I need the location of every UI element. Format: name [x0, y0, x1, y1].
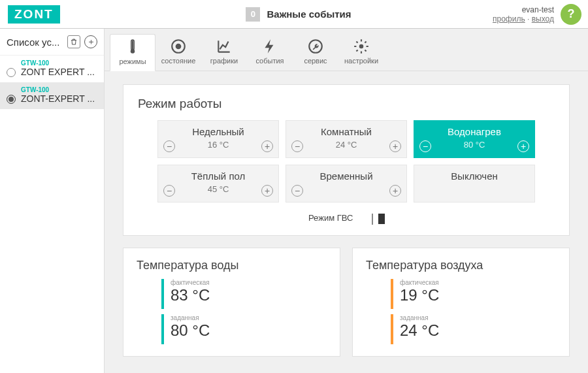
water-temp-card: Температура воды фактическая 83 °C задан…	[123, 248, 340, 357]
toggle-knob	[378, 214, 385, 224]
content-area: Режим работы Недельный 16 °C − + Комнатн…	[105, 71, 588, 373]
profile-link[interactable]: профиль	[493, 14, 525, 24]
chart-icon	[216, 38, 233, 55]
events-label: Важные события	[267, 8, 351, 20]
mode-room[interactable]: Комнатный 24 °C − +	[286, 120, 407, 158]
bolt-icon	[261, 38, 278, 55]
target-value: 80 °C	[171, 321, 210, 340]
svg-rect-1	[132, 41, 133, 50]
target-icon	[170, 38, 187, 55]
tab-label: настройки	[344, 57, 378, 65]
card-title: Температура воздуха	[366, 259, 556, 272]
tab-label: графики	[210, 57, 238, 65]
gvs-row: Режим ГВС	[138, 213, 555, 223]
tab-settings[interactable]: настройки	[338, 34, 384, 71]
device-model: GTW-100	[21, 86, 95, 93]
mode-off[interactable]: Выключен	[414, 165, 535, 203]
tab-label: режимы	[119, 57, 146, 65]
sidebar: Список ус... ＋ GTW-100 ZONT EXPERT ... G…	[0, 29, 105, 373]
mode-card: Режим работы Недельный 16 °C − + Комнатн…	[123, 84, 570, 236]
username: evan-test	[493, 5, 554, 14]
decrease-button[interactable]: −	[291, 140, 303, 152]
logout-link[interactable]: выход	[532, 14, 554, 24]
bar-icon	[161, 314, 164, 344]
increase-button[interactable]: +	[261, 140, 273, 152]
main-area: режимы состояние графики события сервис …	[105, 29, 588, 373]
gvs-toggle[interactable]	[361, 214, 384, 223]
increase-button[interactable]: +	[517, 140, 529, 152]
logo: ZONT	[0, 5, 105, 24]
mode-temp: 16 °C	[165, 140, 272, 150]
mode-temporary[interactable]: Временный − +	[286, 165, 407, 203]
bar-icon	[391, 279, 393, 309]
svg-point-4	[176, 44, 182, 50]
brand-badge: ZONT	[8, 5, 60, 24]
add-device-button[interactable]: ＋	[84, 35, 97, 48]
device-name: ZONT EXPERT ...	[21, 67, 95, 77]
mode-name: Выключен	[421, 170, 528, 182]
device-item-1[interactable]: GTW-100 ZONT-EXPERT ...	[0, 82, 104, 109]
events-bar[interactable]: 0 Важные события	[105, 7, 493, 22]
target-label: заданная	[400, 314, 439, 321]
sidebar-title: Список ус...	[7, 37, 59, 48]
card-title: Температура воды	[137, 259, 327, 272]
actual-label: фактическая	[171, 279, 210, 286]
increase-button[interactable]: +	[389, 140, 401, 152]
mode-name: Водонагрев	[421, 126, 528, 137]
target-value: 24 °C	[400, 321, 439, 340]
toggle-track	[372, 214, 373, 225]
tab-label: события	[255, 57, 284, 65]
decrease-button[interactable]: −	[419, 140, 431, 152]
increase-button[interactable]: +	[261, 185, 273, 197]
actual-label: фактическая	[400, 279, 439, 286]
thermometer-icon	[124, 39, 141, 56]
wrench-icon	[307, 38, 324, 55]
tab-label: сервис	[304, 57, 327, 65]
tab-events[interactable]: события	[247, 34, 293, 71]
gear-icon	[353, 38, 370, 55]
modes-grid: Недельный 16 °C − + Комнатный 24 °C − + …	[138, 120, 555, 203]
mode-name: Временный	[293, 170, 400, 182]
user-box: evan-test профиль · выход	[493, 5, 561, 24]
mode-name: Комнатный	[293, 126, 400, 137]
increase-button[interactable]: +	[389, 185, 401, 197]
device-item-0[interactable]: GTW-100 ZONT EXPERT ...	[0, 56, 104, 82]
target-label: заданная	[171, 314, 210, 321]
device-name: ZONT-EXPERT ...	[21, 93, 95, 104]
decrease-button[interactable]: −	[291, 185, 303, 197]
sidebar-header: Список ус... ＋	[0, 29, 104, 56]
mode-temp: 45 °C	[165, 184, 272, 194]
events-count: 0	[246, 7, 260, 22]
radio-icon	[7, 95, 16, 104]
device-model: GTW-100	[21, 59, 95, 67]
help-button[interactable]: ?	[561, 4, 581, 25]
actual-value: 83 °C	[171, 286, 210, 304]
mode-name: Недельный	[165, 126, 272, 137]
mode-weekly[interactable]: Недельный 16 °C − +	[157, 120, 279, 158]
actual-value: 19 °C	[400, 286, 439, 304]
decrease-button[interactable]: −	[163, 140, 175, 152]
bar-icon	[391, 314, 393, 344]
mode-card-title: Режим работы	[138, 97, 555, 111]
tab-status[interactable]: состояние	[155, 34, 201, 71]
trash-icon[interactable]	[67, 35, 80, 48]
radio-icon	[7, 68, 16, 77]
svg-point-6	[359, 44, 364, 49]
gvs-label: Режим ГВС	[308, 213, 353, 223]
mode-waterheater[interactable]: Водонагрев 80 °C − +	[414, 120, 535, 158]
tab-modes[interactable]: режимы	[110, 34, 155, 71]
tab-label: состояние	[161, 57, 196, 65]
decrease-button[interactable]: −	[163, 185, 175, 197]
mode-temp: 24 °C	[293, 140, 400, 150]
topbar: ZONT 0 Важные события evan-test профиль …	[0, 0, 588, 29]
tab-service[interactable]: сервис	[293, 34, 338, 71]
tab-charts[interactable]: графики	[201, 34, 247, 71]
mode-warmfloor[interactable]: Тёплый пол 45 °C − +	[157, 165, 279, 203]
mode-temp: 80 °C	[421, 140, 528, 150]
air-temp-card: Температура воздуха фактическая 19 °C за…	[352, 248, 570, 357]
mode-name: Тёплый пол	[165, 170, 272, 182]
tab-bar: режимы состояние графики события сервис …	[105, 29, 588, 71]
bar-icon	[161, 279, 164, 309]
